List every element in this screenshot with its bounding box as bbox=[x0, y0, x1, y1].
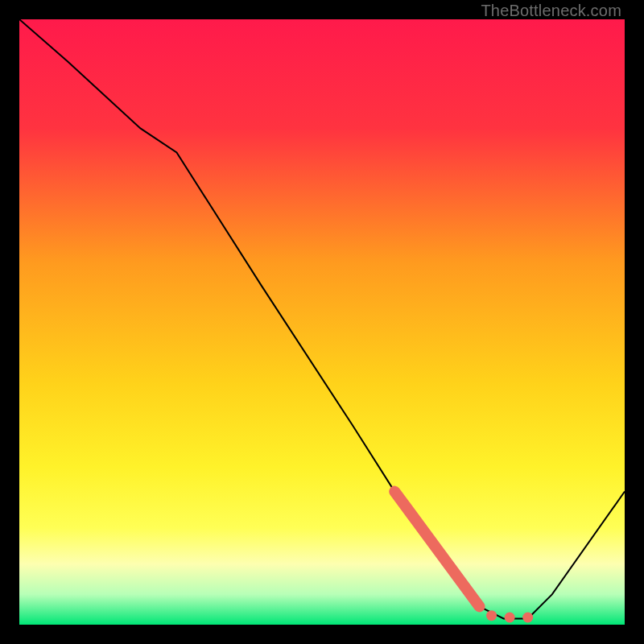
watermark-text: TheBottleneck.com bbox=[481, 2, 621, 20]
gradient-background bbox=[19, 19, 625, 625]
optimal-dot bbox=[486, 610, 497, 621]
optimal-dot bbox=[505, 612, 515, 622]
chart-svg bbox=[19, 19, 625, 625]
optimal-dot bbox=[522, 612, 533, 622]
chart-frame: TheBottleneck.com bbox=[0, 0, 644, 644]
plot-area bbox=[19, 19, 625, 625]
